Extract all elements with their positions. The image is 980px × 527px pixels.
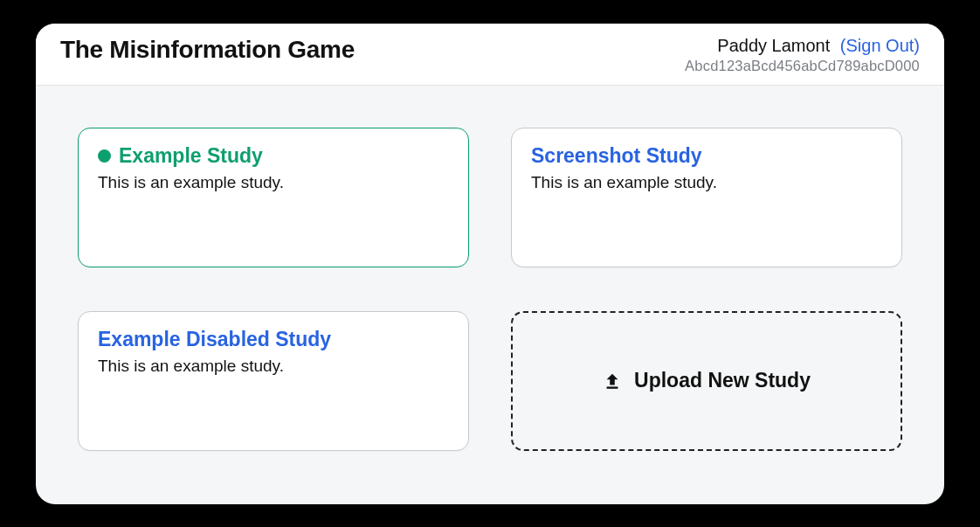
user-id: Abcd123aBcd456abCd789abcD000 bbox=[685, 58, 920, 74]
card-title-row: Screenshot Study bbox=[531, 144, 882, 168]
card-title: Example Disabled Study bbox=[98, 328, 331, 351]
card-title: Screenshot Study bbox=[531, 144, 702, 168]
app-title: The Misinformation Game bbox=[60, 36, 355, 64]
card-title-row: Example Study bbox=[98, 144, 449, 168]
study-card[interactable]: Example Disabled Study This is an exampl… bbox=[78, 311, 469, 451]
content: Example Study This is an example study. … bbox=[36, 86, 944, 504]
card-description: This is an example study. bbox=[98, 173, 449, 192]
sign-out-link[interactable]: (Sign Out) bbox=[840, 36, 920, 55]
card-title: Example Study bbox=[119, 144, 263, 168]
status-dot-icon bbox=[98, 149, 111, 163]
card-title-row: Example Disabled Study bbox=[98, 328, 449, 351]
upload-label: Upload New Study bbox=[634, 369, 811, 392]
study-card-active[interactable]: Example Study This is an example study. bbox=[78, 128, 469, 267]
user-name: Paddy Lamont bbox=[717, 36, 830, 55]
upload-new-study-button[interactable]: Upload New Study bbox=[511, 311, 902, 451]
study-grid: Example Study This is an example study. … bbox=[78, 128, 902, 451]
svg-rect-0 bbox=[607, 386, 618, 388]
card-description: This is an example study. bbox=[98, 357, 449, 376]
card-description: This is an example study. bbox=[531, 173, 882, 192]
header: The Misinformation Game Paddy Lamont (Si… bbox=[36, 24, 944, 86]
header-left: The Misinformation Game bbox=[60, 36, 355, 64]
user-line: Paddy Lamont (Sign Out) bbox=[685, 36, 920, 56]
app-window: The Misinformation Game Paddy Lamont (Si… bbox=[36, 24, 944, 504]
upload-icon bbox=[603, 371, 622, 391]
header-right: Paddy Lamont (Sign Out) Abcd123aBcd456ab… bbox=[685, 36, 920, 74]
study-card[interactable]: Screenshot Study This is an example stud… bbox=[511, 128, 902, 267]
